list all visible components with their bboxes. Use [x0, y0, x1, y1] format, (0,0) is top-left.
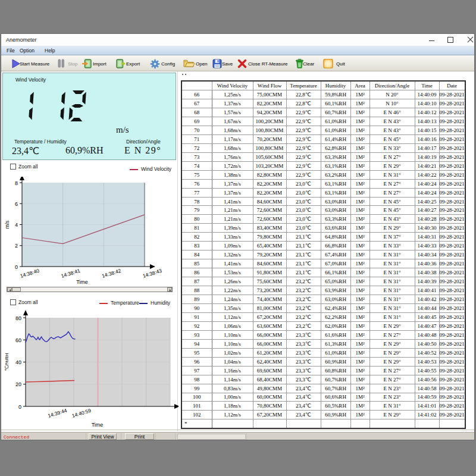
title-bar[interactable]: Anemometer — [1, 34, 474, 46]
table-row[interactable]: 981,14m/s68,40CMM23,3℃60,7%RH1M²E N 27°1… — [181, 375, 465, 384]
svg-text:80: 80 — [15, 315, 21, 321]
cell: 23,4℃ — [286, 411, 321, 419]
table-row[interactable]: 951,02m/s61,20CMM23,3℃61,0%RH1M²E N 29°1… — [181, 348, 465, 357]
chart1-scrollbar[interactable] — [7, 287, 173, 292]
column-header-date[interactable]: Date — [439, 81, 465, 90]
cell: 22,9℃ — [286, 161, 321, 170]
print-view-button[interactable]: Print View — [89, 433, 117, 440]
column-header-area[interactable]: Area — [350, 81, 369, 90]
cell: 63,3%RH — [321, 215, 350, 224]
table-row[interactable]: 801,21m/s72,60CMM23,0℃63,3%RH1M²E N 43°1… — [181, 215, 465, 224]
menu-item-option[interactable]: Option — [20, 48, 35, 54]
table-row[interactable]: 821,33m/s79,80CMM23,1℃64,8%RH1M²E N 37°1… — [181, 233, 465, 242]
table-row[interactable]: 1001,00m/s60,00CMM23,4℃60,6%RH1M²E N 23°… — [181, 393, 465, 402]
cell: 63,0%RH — [321, 295, 350, 304]
table-row[interactable]: 681,57m/s94,20CMM22,9℃60,7%RH1M²E N 46°1… — [181, 108, 465, 117]
column-header-wind-velocity[interactable]: Wind Velocity — [212, 81, 253, 90]
table-row[interactable]: 901,35m/s81,00CMM23,2℃62,4%RH1M²E N 31°1… — [181, 303, 465, 312]
column-header-temperature[interactable]: Temperature — [286, 81, 321, 90]
table-row[interactable]: 741,72m/s103,20CMM22,9℃63,1%RH1M²E N 29°… — [181, 161, 465, 170]
column-header-direction-angle[interactable]: Direction/Angle — [369, 81, 415, 90]
table-row[interactable]: 871,26m/s75,60CMM23,2℃65,0%RH1M²E N 31°1… — [181, 277, 465, 286]
row-number: 74 — [181, 161, 212, 170]
table-row[interactable]: 1011,18m/s70,80CMM23,4℃60,5%RH1M²E N 31°… — [181, 402, 465, 411]
cell — [369, 419, 415, 428]
checkbox-icon[interactable] — [10, 164, 16, 170]
row-number: 96 — [181, 357, 212, 366]
table-row[interactable]: 711,17m/s70,20CMM22,9℃61,4%RH1M²E N 45°1… — [181, 134, 465, 143]
table-row[interactable]: 831,09m/s65,40CMM23,1℃66,8%RH1M²E N 33°1… — [181, 242, 465, 250]
table-row[interactable]: 721,68m/s100,80CMM22,9℃62,8%RH1M²E N 33°… — [181, 143, 465, 152]
table-row[interactable]: 811,39m/s83,40CMM23,0℃63,6%RH1M²E N 29°1… — [181, 224, 465, 233]
scrollbar-right-arrow[interactable] — [167, 287, 172, 292]
cell: 09-28-2021 — [439, 161, 465, 170]
cell: 1M² — [350, 393, 369, 402]
table-row[interactable]: 731,76m/s105,60CMM22,9℃63,3%RH1M²E N 27°… — [181, 152, 465, 161]
table-row[interactable]: 771,37m/s82,20CMM23,0℃63,1%RH1M²E N 27°1… — [181, 188, 465, 197]
table-row[interactable]: 851,41m/s84,60CMM23,1℃67,0%RH1M²E N 31°1… — [181, 259, 465, 268]
cell: E N 31° — [369, 250, 415, 259]
cell: 14:40:55 — [415, 366, 439, 375]
print-button[interactable]: Print — [125, 433, 154, 440]
cell: 60,6%RH — [321, 393, 350, 402]
left-arrow-icon — [8, 289, 11, 292]
table-row[interactable]: 781,41m/s84,60CMM23,0℃63,0%RH1M²E N 45°1… — [181, 197, 465, 206]
cell: 09-28-2021 — [439, 402, 465, 411]
cell: 61,6%RH — [321, 330, 350, 339]
column-header-time[interactable]: Time — [415, 81, 439, 90]
table-row[interactable]: 791,21m/s72,60CMM23,0℃63,0%RH1M²E N 45°1… — [181, 206, 465, 215]
cell: 1,10m/s — [212, 339, 253, 348]
table-row[interactable]: 841,32m/s79,20CMM23,1℃67,4%RH1M²E N 31°1… — [181, 250, 465, 259]
table-row[interactable]: 691,67m/s100,20CMM22,9℃61,0%RH1M²E N 43°… — [181, 117, 465, 126]
direction-angle-value: E N 29° — [124, 145, 161, 156]
row-number: 73 — [181, 152, 212, 161]
table-row[interactable]: 1021,12m/s67,20CMM23,4℃60,9%RH1M²E N 29°… — [181, 411, 465, 419]
table-row[interactable]: 911,12m/s67,20CMM23,2℃62,2%RH1M²E N 31°1… — [181, 312, 465, 321]
table-row[interactable]: 971,16m/s69,60CMM23,3℃60,8%RH1M²E N 27°1… — [181, 366, 465, 375]
cell: E N 43° — [369, 117, 415, 126]
scrollbar-thumb[interactable] — [12, 287, 21, 292]
table-row[interactable]: 751,38m/s82,80CMM22,9℃63,2%RH1M²E N 31°1… — [181, 170, 465, 179]
cell: 23,0℃ — [286, 179, 321, 188]
table-new-row[interactable]: * — [181, 419, 465, 428]
cell: E N 45° — [369, 134, 415, 143]
cell: 09-28-2021 — [439, 179, 465, 188]
svg-text:14:40:59: 14:40:59 — [71, 408, 92, 419]
table-row[interactable]: 661,25m/s75,00CMM22,8℃59,8%RH1M²N 20°14:… — [181, 90, 465, 99]
table-row[interactable]: 671,37m/s82,20CMM22,8℃60,1%RH1M²N 10°14:… — [181, 99, 465, 108]
table-row[interactable]: 931,10m/s66,00CMM23,3℃61,6%RH1M²E N 27°1… — [181, 330, 465, 339]
menu-item-help[interactable]: Help — [45, 48, 55, 54]
close-button[interactable] — [461, 34, 474, 46]
table-row[interactable]: 891,24m/s74,40CMM23,2℃63,0%RH1M²E N 31°1… — [181, 295, 465, 304]
row-number: 66 — [181, 90, 212, 99]
checkbox-icon[interactable] — [10, 299, 16, 305]
table-row[interactable]: 941,10m/s66,00CMM23,3℃61,3%RH1M²E N 29°1… — [181, 339, 465, 348]
cell: 09-28-2021 — [439, 268, 465, 277]
statusbar-seam — [86, 433, 86, 440]
statusbar-seam — [121, 433, 121, 440]
table-row[interactable]: 761,37m/s82,20CMM23,0℃63,1%RH1M²E N 27°1… — [181, 179, 465, 188]
measurement-table[interactable]: Wind VelocityWind FlowTemperatureHumidit… — [181, 80, 466, 429]
menu-item-file[interactable]: File — [7, 48, 15, 54]
table-row[interactable]: 961,04m/s62,40CMM23,3℃60,9%RH1M²E N 29°1… — [181, 357, 465, 366]
cell: E N 31° — [369, 295, 415, 304]
table-row[interactable]: 861,53m/s91,80CMM23,1℃66,1%RH1M²E N 31°1… — [181, 268, 465, 277]
column-header-row-selector[interactable] — [181, 81, 212, 90]
minimize-button[interactable] — [425, 34, 438, 46]
table-row[interactable]: 921,06m/s63,60CMM23,2℃62,0%RH1M²E N 29°1… — [181, 321, 465, 330]
maximize-button[interactable] — [444, 34, 457, 46]
table-row[interactable]: 881,22m/s73,20CMM23,2℃63,9%RH1M²E N 31°1… — [181, 286, 465, 295]
table-header-row: Wind VelocityWind FlowTemperatureHumidit… — [181, 81, 465, 90]
cell: 1,12m/s — [212, 411, 253, 419]
cell: 23,2℃ — [286, 277, 321, 286]
table-row[interactable]: 990,83m/s49,80CMM23,4℃60,7%RH1M²E N 23°1… — [181, 384, 465, 393]
cell: 22,9℃ — [286, 143, 321, 152]
table-row[interactable]: 701,68m/s100,80CMM22,9℃61,0%RH1M²E N 43°… — [181, 126, 465, 134]
row-number: 68 — [181, 108, 212, 117]
cell: 09-28-2021 — [439, 375, 465, 384]
cell: 68,40CMM — [253, 375, 286, 384]
column-header-humidity[interactable]: Humidity — [321, 81, 350, 90]
column-header-wind-flow[interactable]: Wind Flow — [253, 81, 286, 90]
scrollbar-left-arrow[interactable] — [7, 287, 12, 292]
cell: 94,20CMM — [253, 108, 286, 117]
